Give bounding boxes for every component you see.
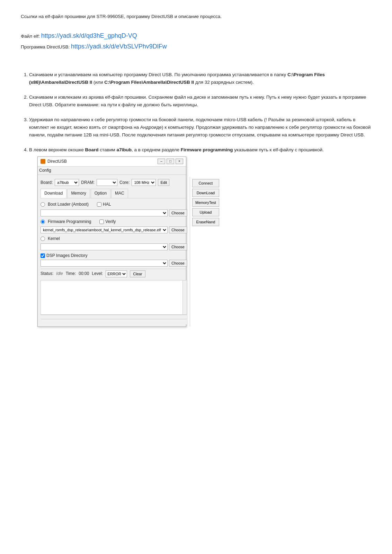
window-controls[interactable]: – □ × (158, 159, 183, 164)
directusb-window: DirectUSB – □ × Config (37, 157, 186, 327)
minimize-button[interactable]: – (158, 159, 165, 164)
hal-checkbox[interactable] (97, 202, 101, 207)
step3-text: Удерживая по направлению к себе регулято… (29, 117, 371, 137)
time-label: Time: (66, 270, 76, 277)
boot-loader-section: Boot Loader (Amboot) HAL Choose (41, 201, 187, 216)
step2-text: Скачиваем и извлекаем из архива elf-файл… (29, 95, 366, 107)
restore-button[interactable]: □ (167, 159, 174, 164)
step1-text: Скачиваем и устанавливаем на компьютер п… (29, 72, 287, 77)
erase-nand-button[interactable]: EraseNand (192, 218, 219, 226)
memory-test-button[interactable]: MemoryTest (192, 198, 219, 207)
dsp-section: DSP Images Directory Choose (41, 252, 187, 267)
choose-dsp-button[interactable]: Choose (169, 260, 187, 267)
app-icon (41, 159, 45, 164)
step1-bold2: C:\Program Files\Ambarella\DirectUSB II (104, 80, 194, 85)
window-left-panel: Board: a7lbub DRAM: Core: 108 MHz Edit D… (38, 177, 190, 327)
kernel-label: Kernel (48, 235, 60, 242)
boot-file-row: Choose (41, 209, 187, 216)
choose-firmware-button[interactable]: Choose (169, 226, 187, 233)
verify-label: Verify (105, 218, 116, 225)
log-scrollbar-horizontal[interactable] (41, 315, 187, 319)
verify-checkbox[interactable] (99, 220, 104, 224)
step4-board-bold: Board (85, 147, 99, 152)
intro-description: Ссылки на elf-файл прошивки для STR-9960… (21, 14, 371, 19)
log-area (41, 280, 187, 315)
upload-button[interactable]: Upload (192, 208, 219, 216)
board-select[interactable]: a7lbub (55, 179, 79, 186)
edit-button[interactable]: Edit (158, 179, 169, 186)
dram-select[interactable] (97, 179, 117, 186)
window-right-panel: Connect DownLoad MemoryTest Upload Erase… (190, 177, 221, 327)
firmware-file-row: kernel_romfs_dsp_release\amboot_hal_kern… (41, 226, 187, 233)
step-4: В левом верхнем окошке Board ставим a7lb… (29, 146, 371, 327)
step4-end: указываем путь к elf-файлу с прошивкой. (233, 147, 324, 152)
step4-mid2: , а в среднем разделе (132, 147, 181, 152)
window-title-area: DirectUSB (41, 158, 67, 165)
window-title-text: DirectUSB (47, 158, 67, 165)
directusb-label: Программа DirectUSB: (21, 44, 71, 50)
boot-file-select[interactable] (41, 209, 168, 216)
board-row: Board: a7lbub DRAM: Core: 108 MHz Edit (41, 179, 187, 186)
step4-mid1: ставим (99, 147, 117, 152)
step1-mid: (или (92, 80, 104, 85)
step-3: Удерживая по направлению к себе регулято… (29, 116, 371, 138)
kernel-section: Kernel Choose (41, 235, 187, 250)
level-label: Level: (92, 270, 103, 277)
elf-label: Файл elf: (21, 34, 41, 39)
status-value: Idle (56, 270, 63, 277)
tab-mac[interactable]: MAC (111, 189, 128, 198)
tab-memory[interactable]: Memory (67, 189, 90, 198)
kernel-radio[interactable] (41, 236, 45, 241)
bottom-bar (41, 319, 187, 324)
kernel-file-select[interactable] (41, 243, 168, 250)
step-1: Скачиваем и устанавливаем на компьютер п… (29, 71, 371, 86)
core-select[interactable]: 108 MHz (132, 179, 156, 186)
connect-button[interactable]: Connect (192, 179, 219, 187)
download-button[interactable]: DownLoad (192, 189, 219, 197)
dram-label: DRAM: (81, 179, 95, 186)
dsp-label: DSP Images Directory (46, 252, 87, 259)
boot-loader-label: Boot Loader (Amboot) (48, 201, 89, 208)
window-body: Board: a7lbub DRAM: Core: 108 MHz Edit D… (38, 177, 186, 327)
firmware-file-select[interactable]: kernel_romfs_dsp_release\amboot_hal_kern… (41, 226, 168, 233)
firmware-prog-label: Firmware Programming (48, 218, 91, 225)
step1-end: для 32 разрядных систем). (194, 80, 254, 85)
tabs-row: Download Memory Option MAC (41, 189, 187, 198)
firmware-radio-row: Firmware Programming Verify (41, 218, 187, 225)
core-label: Core: (119, 179, 130, 186)
choose-boot-button[interactable]: Choose (169, 209, 187, 216)
board-label: Board: (41, 179, 53, 186)
boot-loader-radio[interactable] (41, 202, 45, 207)
dsp-checkbox[interactable] (41, 253, 45, 258)
firmware-section: Firmware Programming Verify kernel_romfs… (41, 218, 187, 233)
dsp-label-row: DSP Images Directory (41, 252, 187, 259)
step4-a7lbub-bold: a7lbub (116, 147, 132, 152)
tab-option[interactable]: Option (91, 189, 110, 198)
step4-text-before: В левом верхнем окошке (29, 147, 85, 152)
firmware-radio[interactable] (41, 220, 45, 224)
kernel-file-row: Choose (41, 243, 187, 250)
status-label: Status: (41, 270, 53, 277)
window-titlebar: DirectUSB – □ × (38, 157, 186, 167)
close-button[interactable]: × (176, 159, 183, 164)
config-menu[interactable]: Config (39, 168, 51, 173)
dsp-file-select[interactable] (41, 260, 168, 267)
kernel-radio-row: Kernel (41, 235, 187, 242)
clear-button[interactable]: Clear (130, 270, 145, 277)
log-scrollbar-vertical[interactable] (182, 280, 187, 314)
time-value: 00:00 (79, 270, 89, 277)
steps-list: Скачиваем и устанавливаем на компьютер п… (29, 71, 371, 327)
step-2: Скачиваем и извлекаем из архива elf-файл… (29, 93, 371, 108)
hal-label: HAL (103, 201, 111, 208)
tab-download[interactable]: Download (41, 189, 66, 198)
menu-bar: Config (38, 167, 186, 175)
directusb-link[interactable]: https://yadi.sk/d/eVbSLVPhv9DlFw (71, 43, 167, 50)
status-row: Status: Idle Time: 00:00 Level: ERRORWAR… (41, 269, 187, 279)
dsp-file-row: Choose (41, 260, 187, 267)
elf-link[interactable]: https://yadi.sk/d/qd3hE_gphqD-VQ (41, 32, 137, 39)
choose-kernel-button[interactable]: Choose (169, 243, 187, 250)
step4-fw-bold: Firmware programming (181, 147, 233, 152)
level-select[interactable]: ERRORWARNINFODEBUG (106, 270, 127, 277)
boot-loader-radio-row: Boot Loader (Amboot) HAL (41, 201, 187, 208)
